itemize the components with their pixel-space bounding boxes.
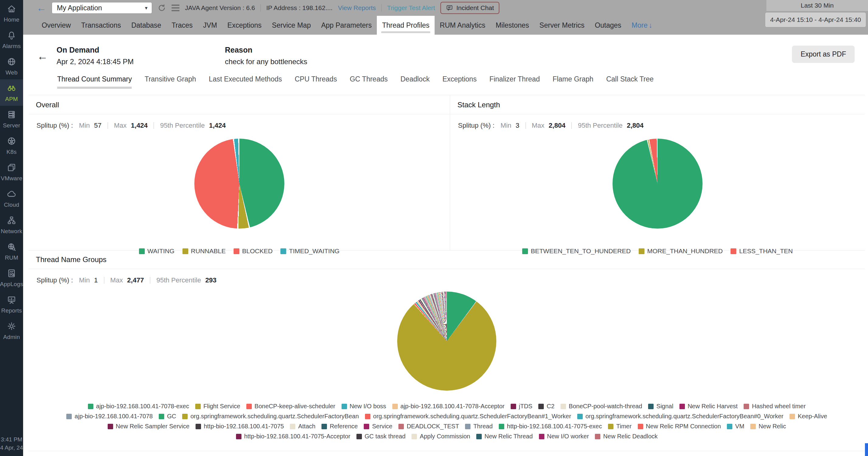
legend-item[interactable]: New Relic Harvest [679,403,738,410]
tab-jvm[interactable]: JVM [198,16,222,35]
export-pdf-button[interactable]: Export as PDF [792,45,855,63]
subtab-thread-count-summary[interactable]: Thread Count Summary [57,75,132,89]
legend-item[interactable]: org.springframework.scheduling.quartz.Sc… [182,413,359,420]
legend-item[interactable]: jTDS [510,403,532,410]
application-selector[interactable]: My Application ▾ [52,2,152,14]
subtab-deadlock[interactable]: Deadlock [401,75,430,89]
tab-milestones[interactable]: Milestones [491,16,534,35]
legend-item[interactable]: http-bio-192.168.100.41-7075-exec [499,423,602,430]
legend-item[interactable]: New Relic Sampler Service [108,423,189,430]
incident-chat-button[interactable]: Incident Chat [440,2,499,14]
view-reports-link[interactable]: View Reports [338,4,376,11]
subtab-exceptions[interactable]: Exceptions [442,75,477,89]
min-value: 57 [94,122,101,130]
back-arrow-icon[interactable]: ← [37,50,48,63]
stack-length-pie-chart[interactable] [613,139,703,229]
subtab-last-executed-methods[interactable]: Last Executed Methods [209,75,282,89]
trigger-test-alert-link[interactable]: Trigger Test Alert [387,4,435,11]
subtab-finalizer-thread[interactable]: Finalizer Thread [489,75,540,89]
legend-item[interactable]: Reference [321,423,358,430]
legend-item[interactable]: Flight Service [195,403,240,410]
subtab-transitive-graph[interactable]: Transitive Graph [145,75,196,89]
thread-name-groups-pie-chart[interactable] [397,292,496,391]
menu-icon[interactable] [172,5,180,11]
legend-item[interactable]: New Relic RPM Connection [638,423,721,430]
sidebar-item-applogs[interactable]: AppLogs [0,264,23,291]
sidebar-item-network[interactable]: Network [0,211,23,238]
legend-item[interactable]: http-bio-192.168.100.41-7075-Acceptor [236,433,350,440]
legend-item[interactable]: ajp-bio-192.168.100.41-7078-Acceptor [392,403,504,410]
sidebar-item-cloud[interactable]: Cloud [0,185,23,211]
sidebar-item-alarms[interactable]: Alarms [0,27,23,53]
sidebar-item-reports[interactable]: Reports [0,291,23,317]
tab-outages[interactable]: Outages [590,16,626,35]
legend-item[interactable]: New Relic Deadlock [595,433,657,440]
legend-item[interactable]: Service [364,423,392,430]
legend-item[interactable]: New Relic [750,423,786,430]
legend-item[interactable]: Hashed wheel timer [744,403,806,410]
chat-icon [446,4,453,11]
legend-item[interactable]: VM [727,423,744,430]
legend-item[interactable]: MORE_THAN_HUNDRED [639,248,723,255]
legend-item[interactable]: org.springframework.scheduling.quartz.Sc… [577,413,783,420]
legend-swatch [182,414,188,419]
sidebar-item-k8s[interactable]: K8s [0,132,23,159]
legend-item[interactable]: Attach [290,423,315,430]
tab-more[interactable]: More ↓ [626,16,657,35]
subtab-call-stack-tree[interactable]: Call Stack Tree [606,75,654,89]
legend-item[interactable]: New I/O worker [539,433,589,440]
legend-item[interactable]: GC task thread [356,433,406,440]
legend-item[interactable]: org.springframework.scheduling.quartz.Sc… [365,413,571,420]
legend-item[interactable]: Apply Commission [411,433,470,440]
sidebar-item-server[interactable]: Server [0,106,23,132]
sidebar-item-rum[interactable]: RUM [0,238,23,264]
legend-item[interactable]: Keep-Alive [789,413,827,420]
sidebar-item-web[interactable]: Web [0,53,23,79]
subtab-cpu-threads[interactable]: CPU Threads [295,75,337,89]
tab-app-parameters[interactable]: App Parameters [316,16,377,35]
legend-swatch [159,414,164,419]
legend-item[interactable]: New Relic Thread [476,433,533,440]
legend-item[interactable]: Thread [465,423,492,430]
legend-item[interactable]: BLOCKED [234,248,273,255]
tab-exceptions[interactable]: Exceptions [222,16,267,35]
legend-item[interactable]: WAITING [139,248,175,255]
legend-swatch [139,248,145,254]
legend-item[interactable]: Signal [648,403,673,410]
sidebar-item-vmware[interactable]: VMware [0,159,23,185]
legend-item[interactable]: BoneCP-pool-watch-thread [560,403,642,410]
back-arrow-icon[interactable]: ← [36,3,46,13]
tab-traces[interactable]: Traces [166,16,198,35]
sidebar-item-admin[interactable]: Admin [0,317,23,344]
legend-item[interactable]: ajp-bio-192.168.100.41-7078-exec [88,403,189,410]
legend-item[interactable]: C2 [538,403,554,410]
subtab-gc-threads[interactable]: GC Threads [350,75,388,89]
time-range-selector[interactable]: Last 30 Min [767,0,868,11]
tab-transactions[interactable]: Transactions [76,16,126,35]
tab-rum-analytics[interactable]: RUM Analytics [435,16,491,35]
tab-overview[interactable]: Overview [36,16,76,35]
date-range-display[interactable]: 4-Apr-24 15:10 - 4-Apr-24 15:40 [765,12,866,27]
legend-item[interactable]: LESS_THAN_TEN [731,248,793,255]
tab-service-map[interactable]: Service Map [267,16,316,35]
legend-item[interactable]: ajp-bio-192.168.100.41-7078 [66,413,153,420]
sidebar-item-apm[interactable]: APM [0,79,23,106]
tab-server-metrics[interactable]: Server Metrics [534,16,590,35]
legend-item[interactable]: TIMED_WAITING [280,248,339,255]
tab-thread-profiles[interactable]: Thread Profiles [377,16,435,35]
legend-item[interactable]: RUNNABLE [183,248,226,255]
legend-item[interactable]: DEADLOCK_TEST [398,423,459,430]
legend-item[interactable]: GC [159,413,176,420]
legend-label: Attach [298,423,315,430]
subtab-flame-graph[interactable]: Flame Graph [553,75,593,89]
legend-item[interactable]: http-bio-192.168.100.41-7075 [195,423,284,430]
sidebar-item-home[interactable]: Home [0,0,23,27]
refresh-icon[interactable] [158,4,166,12]
tab-database[interactable]: Database [126,16,166,35]
legend-item[interactable]: New I/O boss [342,403,386,410]
legend-item[interactable]: BETWEEN_TEN_TO_HUNDERED [522,248,631,255]
legend-item[interactable]: Timer [608,423,631,430]
overall-pie-chart[interactable] [194,139,284,229]
legend-item[interactable]: BoneCP-keep-alive-scheduler [246,403,336,410]
vertical-scrollbar-thumb[interactable] [865,443,868,456]
